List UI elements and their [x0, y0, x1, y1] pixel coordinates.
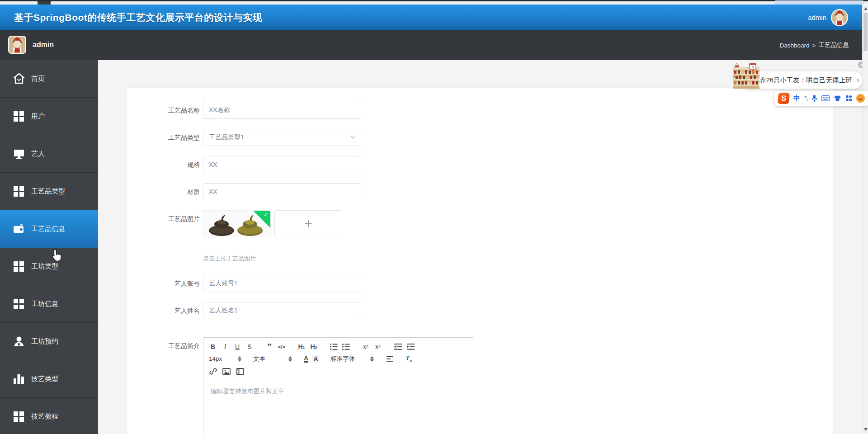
- editor-placeholder: 编辑器支持发布图片和文字: [211, 387, 467, 396]
- microphone-icon[interactable]: [811, 94, 817, 102]
- underline-button[interactable]: U: [233, 342, 241, 352]
- subscript-button[interactable]: x2: [362, 342, 370, 352]
- form-row: 艺人账号 艺人账号1: [127, 275, 833, 292]
- uploaded-image-thumbnail[interactable]: ✓: [203, 210, 271, 237]
- grid-icon: [13, 260, 25, 273]
- ordered-list-button[interactable]: [330, 342, 338, 352]
- code-block-button[interactable]: </>: [278, 342, 286, 352]
- toolbox-grid-icon[interactable]: [845, 95, 852, 102]
- chevron-down-icon: [350, 135, 356, 139]
- main-content: 工艺品名称 XX名称 工艺品类型 工艺品类型1 规格 XX: [98, 60, 868, 434]
- font-family-select[interactable]: 标准字体: [330, 355, 374, 363]
- form-row: 工艺品类型 工艺品类型1: [127, 129, 833, 146]
- keyboard-icon[interactable]: [821, 95, 830, 101]
- sidebar-item-home[interactable]: 首页: [0, 60, 98, 98]
- browser-edge-strip: [0, 0, 868, 5]
- material-input[interactable]: XX: [203, 183, 361, 200]
- breadcrumb: Dashboard > 工艺品信息: [780, 30, 849, 60]
- sidebar-item-label: 艺人: [31, 150, 45, 158]
- bar-chart-icon: [13, 373, 25, 385]
- wallet-icon: [13, 223, 25, 235]
- ad-mini-icons: S: [734, 62, 756, 70]
- header1-button[interactable]: H1: [297, 342, 306, 352]
- image-icon[interactable]: [222, 367, 231, 377]
- window-edge: [0, 0, 868, 1]
- spinner-icon: [370, 356, 374, 362]
- grid-icon: [13, 185, 25, 198]
- editor-content-area[interactable]: 编辑器支持发布图片和文字: [203, 380, 474, 434]
- sidebar-item-label: 工艺品信息: [31, 225, 65, 233]
- user-icon: [13, 335, 25, 348]
- sidebar-item-workshop-booking[interactable]: 工坊预约: [0, 323, 98, 360]
- sidebar-item-skill-types[interactable]: 技艺类型: [0, 360, 98, 398]
- header-user[interactable]: admin: [808, 5, 848, 30]
- superscript-button[interactable]: x2: [374, 342, 382, 352]
- toolbar-line-3: [209, 366, 468, 377]
- scroll-up-arrow[interactable]: [864, 7, 868, 10]
- artist-account-input[interactable]: 艺人账号1: [203, 275, 361, 292]
- italic-button[interactable]: I: [221, 342, 229, 352]
- sub-header-user: admin: [8, 36, 54, 54]
- input-value: 艺人姓名1: [209, 307, 238, 315]
- sidebar-item-skill-tutorials[interactable]: 技艺教程: [0, 398, 98, 434]
- upload-image-button[interactable]: +: [274, 210, 342, 237]
- clear-format-button[interactable]: Tx: [406, 354, 412, 363]
- form-row: 材质 XX: [127, 183, 833, 200]
- sidebar-item-craft-info[interactable]: 工艺品信息: [0, 210, 98, 248]
- craft-name-input[interactable]: XX名称: [203, 102, 361, 119]
- grid-icon: [13, 410, 25, 423]
- spinner-icon: [288, 356, 292, 362]
- link-icon[interactable]: [209, 367, 217, 377]
- video-icon[interactable]: [236, 367, 244, 377]
- rich-text-editor: B I U S ” </> H1 H2: [203, 337, 474, 434]
- sogou-logo-icon[interactable]: S: [778, 93, 790, 104]
- ime-ad-popup: 养26只小工友：哄自己无痛上班 ›: [733, 63, 868, 90]
- scrollbar-thumb[interactable]: [863, 13, 868, 51]
- sidebar-item-users[interactable]: 用户: [0, 98, 98, 135]
- artist-name-input[interactable]: 艺人姓名1: [203, 302, 361, 319]
- font-size-select[interactable]: 14px: [209, 355, 241, 362]
- avatar[interactable]: [8, 36, 26, 54]
- form-row: 艺人姓名 艺人姓名1: [127, 302, 833, 319]
- sidebar: 首页 用户 艺人 工艺品类型 工艺品信息 工坊类型 工坊信息: [0, 60, 98, 434]
- strikethrough-button[interactable]: S: [245, 342, 254, 352]
- sidebar-item-label: 首页: [31, 75, 45, 83]
- align-button[interactable]: [386, 354, 394, 364]
- breadcrumb-dashboard[interactable]: Dashboard: [780, 42, 810, 49]
- breadcrumb-current: 工艺品信息: [819, 41, 849, 49]
- form-card: 工艺品名称 XX名称 工艺品类型 工艺品类型1 规格 XX: [127, 87, 833, 434]
- field-label: 工艺品名称: [127, 102, 203, 119]
- skin-shirt-icon[interactable]: [834, 95, 841, 102]
- input-value: XX名称: [209, 106, 230, 114]
- text-color-button[interactable]: A: [304, 355, 308, 363]
- sub-header-username: admin: [33, 41, 54, 49]
- window-edge-segment: [38, 1, 51, 5]
- ime-toolbar: S 中 °,: [774, 91, 868, 106]
- chevron-right-icon[interactable]: ›: [857, 76, 859, 84]
- craft-type-select[interactable]: 工艺品类型1: [203, 129, 361, 146]
- ad-pixel-art-image: [733, 67, 760, 89]
- sidebar-item-label: 工艺品类型: [31, 187, 65, 196]
- outdent-button[interactable]: [394, 342, 402, 352]
- background-color-button[interactable]: A: [312, 355, 319, 363]
- indent-button[interactable]: [406, 342, 415, 352]
- field-label: 材质: [127, 183, 203, 200]
- paragraph-select[interactable]: 文本: [253, 355, 292, 363]
- punctuation-icon[interactable]: °,: [804, 95, 807, 102]
- sidebar-item-label: 工坊预约: [31, 337, 58, 346]
- avatar[interactable]: [831, 9, 848, 26]
- header2-button[interactable]: H2: [310, 342, 318, 352]
- sidebar-item-workshop-types[interactable]: 工坊类型: [0, 248, 98, 285]
- bold-button[interactable]: B: [209, 342, 217, 352]
- sidebar-item-artists[interactable]: 艺人: [0, 135, 98, 173]
- blockquote-button[interactable]: ”: [265, 342, 274, 352]
- spec-input[interactable]: XX: [203, 156, 361, 173]
- chinese-mode-icon[interactable]: 中: [793, 94, 800, 103]
- toolbar-line-1: B I U S ” </> H1 H2: [209, 341, 468, 352]
- bullet-list-button[interactable]: [342, 342, 350, 352]
- vertical-scrollbar[interactable]: [862, 5, 868, 434]
- scroll-down-arrow[interactable]: [864, 428, 868, 431]
- sidebar-item-craft-types[interactable]: 工艺品类型: [0, 173, 98, 210]
- emoji-face-icon[interactable]: [856, 94, 865, 103]
- sidebar-item-workshop-info[interactable]: 工坊信息: [0, 285, 98, 323]
